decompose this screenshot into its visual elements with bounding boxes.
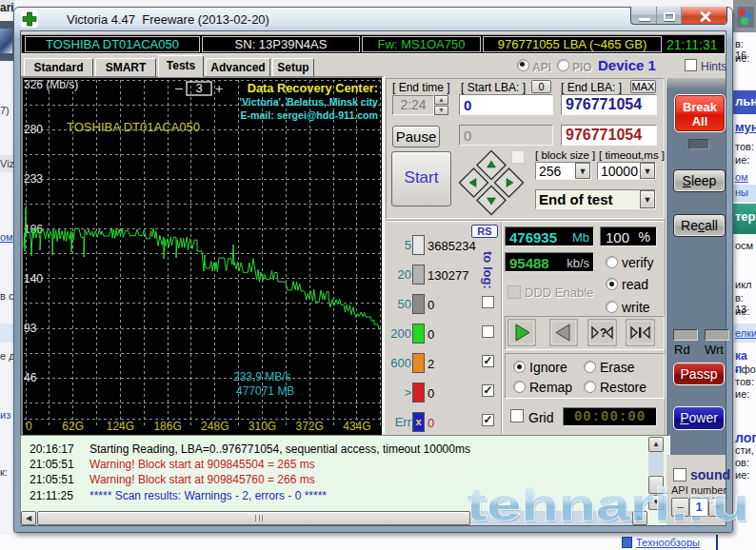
svg-text:+: +: [215, 81, 223, 96]
svg-text:310G: 310G: [249, 420, 276, 433]
svg-text:46: 46: [24, 371, 37, 384]
svg-text:280: 280: [24, 123, 43, 136]
svg-text:233: 233: [24, 172, 43, 186]
svg-text:248G: 248G: [201, 420, 229, 433]
svg-text:124G: 124G: [107, 420, 134, 433]
svg-text:'Victoria', Belarus, Minsk cit: 'Victoria', Belarus, Minsk city: [239, 96, 378, 108]
svg-text:TOSHIBA DT01ACA050: TOSHIBA DT01ACA050: [67, 120, 200, 134]
svg-text:0: 0: [26, 420, 32, 433]
svg-text:?: ?: [600, 326, 607, 340]
svg-text:Data Recovery Center:: Data Recovery Center:: [248, 81, 378, 95]
svg-text:–: –: [175, 80, 183, 95]
svg-text:477071 MB: 477071 MB: [236, 384, 294, 398]
svg-text:3: 3: [195, 81, 202, 95]
svg-text:233,9 MB/s: 233,9 MB/s: [233, 370, 291, 383]
svg-text:434G: 434G: [343, 420, 370, 433]
svg-text:372G: 372G: [296, 420, 324, 433]
svg-text:326 (Mb/s): 326 (Mb/s): [24, 78, 78, 91]
svg-text:140: 140: [24, 272, 43, 285]
svg-text:93: 93: [24, 322, 37, 335]
svg-text:186G: 186G: [153, 420, 181, 433]
svg-text:E-mail: sergei@hdd-911.com: E-mail: sergei@hdd-911.com: [240, 109, 378, 121]
svg-text:62G: 62G: [62, 420, 84, 433]
